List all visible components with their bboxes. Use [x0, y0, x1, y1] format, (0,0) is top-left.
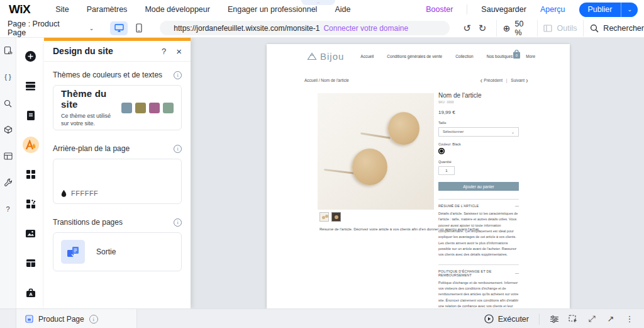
accordion-header-politique[interactable]: POLITIQUE D'ÉCHANGE ET DE REMBOURSEMENT …	[438, 265, 519, 280]
transitions-section-label: Transitions de pages	[53, 218, 123, 227]
desktop-view-button[interactable]	[110, 21, 128, 35]
menu-engager-professionnel[interactable]: Engager un professionnel	[228, 5, 317, 14]
booster-link[interactable]: Booster	[426, 5, 453, 14]
nav-boutiques[interactable]: Nos boutiques	[487, 54, 513, 59]
chevron-down-icon: ⌄	[89, 25, 94, 31]
accordion-body: Détails d'article. Saisissez ici les car…	[438, 211, 519, 264]
zoom-control[interactable]: ⊕ 50 %	[503, 20, 531, 37]
tools-button[interactable]: Outils	[543, 24, 577, 33]
page-selector-dropdown[interactable]: Page : Product Page ⌄	[8, 20, 94, 37]
thumbnail-2[interactable]	[331, 212, 341, 222]
color-swatch-4[interactable]	[163, 103, 174, 113]
wix-logo[interactable]: WiX	[9, 3, 30, 16]
nav-conditions[interactable]: Conditions générales de vente	[387, 54, 442, 59]
info-icon[interactable]: i	[89, 315, 98, 324]
page-background-card[interactable]: FFFFFF	[53, 159, 182, 204]
collapse-icon[interactable]: —	[515, 271, 519, 275]
connect-domain-link[interactable]: Connecter votre domaine	[323, 24, 408, 33]
page-code-icon[interactable]	[3, 45, 13, 55]
page-transitions-card[interactable]: Sortie	[53, 232, 182, 271]
info-icon[interactable]: i	[174, 71, 182, 79]
run-button[interactable]: Exécuter	[484, 314, 529, 324]
preview-button[interactable]: Aperçu	[540, 5, 565, 14]
add-element-button[interactable]	[23, 48, 39, 64]
size-select[interactable]: Sélectionner ⌄	[438, 127, 519, 137]
select-element-icon[interactable]	[564, 312, 582, 327]
site-nav: Accueil Conditions générales de vente Co…	[360, 54, 535, 59]
pages-menu-button[interactable]	[23, 107, 39, 123]
search-small-icon[interactable]	[3, 98, 13, 108]
menu-parametres[interactable]: Paramètres	[87, 5, 128, 14]
save-button[interactable]: Sauvegarder	[481, 5, 526, 14]
publish-label[interactable]: Publier	[579, 3, 621, 17]
editor-canvas[interactable]: Bijou Accueil Conditions générales de ve…	[191, 38, 644, 308]
kebab-menu-icon[interactable]: ⋮	[620, 312, 639, 327]
droplet-icon	[61, 189, 67, 197]
product-accordions: RÉSUMÉ DE L'ARTICLE — Détails d'article.…	[438, 199, 519, 308]
prev-link[interactable]: Précédent	[484, 78, 502, 82]
chevron-down-icon[interactable]: ⌄	[621, 3, 638, 17]
nav-accueil[interactable]: Accueil	[360, 54, 374, 59]
quantity-input[interactable]: 1	[438, 166, 455, 175]
layout-button[interactable]	[23, 255, 39, 271]
accordion-header-resume[interactable]: RÉSUMÉ DE L'ARTICLE —	[438, 200, 519, 211]
properties-panel-icon[interactable]	[545, 312, 564, 327]
info-icon[interactable]: i	[174, 218, 182, 227]
app-market-button[interactable]	[23, 166, 39, 183]
undo-icon[interactable]: ↺	[460, 21, 475, 36]
divider: |	[506, 78, 508, 82]
notification-pill[interactable]: ..	[301, 0, 335, 5]
next-link[interactable]: Suivant	[511, 78, 525, 82]
site-url-bar[interactable]: https://jordanefeuillet.wixsite.com/mons…	[160, 21, 450, 35]
panel-help-icon[interactable]: ?	[162, 47, 166, 56]
color-swatch-1[interactable]	[121, 103, 132, 113]
blocks-widgets-button[interactable]	[23, 196, 39, 212]
publish-button[interactable]: Publier ⌄	[579, 3, 638, 17]
nav-collection[interactable]: Collection	[455, 54, 474, 59]
open-external-icon[interactable]: ↗	[601, 312, 620, 327]
panel-title: Design du site	[53, 46, 162, 56]
accordion-title: POLITIQUE D'ÉCHANGE ET DE REMBOURSEMENT	[438, 269, 515, 277]
color-swatch-black[interactable]	[438, 148, 445, 154]
close-icon[interactable]: ×	[176, 46, 182, 57]
menu-site[interactable]: Site	[55, 5, 69, 14]
transition-value: Sortie	[96, 247, 116, 256]
bottom-tab-product-page[interactable]: Product Page i	[16, 309, 137, 328]
editor-toolbar: Page : Product Page ⌄ https://jordanefeu…	[0, 19, 644, 38]
breadcrumb[interactable]: Accueil / Nom de l'article	[304, 78, 349, 82]
media-button[interactable]	[23, 225, 39, 242]
toolbox-button[interactable]: A	[23, 285, 39, 301]
page-widget-icon	[25, 315, 33, 323]
thumbnail-1[interactable]	[319, 212, 329, 222]
monitor-icon	[114, 24, 124, 32]
wrench-icon[interactable]	[3, 178, 13, 188]
site-design-button[interactable]	[23, 137, 39, 153]
site-page-preview[interactable]: Bijou Accueil Conditions générales de ve…	[267, 44, 570, 308]
menu-aide[interactable]: Aide	[335, 5, 350, 14]
divider	[496, 20, 497, 37]
background-section-label: Arrière-plan de la page	[53, 144, 130, 153]
color-swatch-3[interactable]	[149, 103, 160, 113]
color-swatch-2[interactable]	[135, 103, 146, 113]
help-icon[interactable]: ?	[3, 204, 13, 214]
add-to-cart-button[interactable]: Ajouter au panier	[438, 182, 519, 191]
collapse-icon[interactable]: —	[515, 204, 519, 208]
site-logo[interactable]: Bijou	[307, 51, 344, 62]
expand-icon[interactable]: ⤢	[582, 312, 601, 327]
database-table-icon[interactable]	[3, 151, 13, 161]
nav-more[interactable]: More	[526, 54, 535, 59]
play-circle-icon	[484, 314, 494, 324]
search-button[interactable]: Rechercher	[590, 24, 644, 33]
site-theme-card[interactable]: Thème du site Ce thème est utilisé sur v…	[53, 85, 182, 130]
cart-button[interactable]: 0	[513, 50, 521, 59]
code-braces-icon[interactable]: { }	[3, 72, 13, 82]
info-icon[interactable]: i	[174, 145, 182, 153]
mobile-view-button[interactable]	[132, 21, 146, 35]
package-icon[interactable]	[3, 125, 13, 135]
redo-icon[interactable]: ↻	[475, 21, 490, 36]
add-section-button[interactable]	[23, 77, 39, 94]
zoom-plus-icon[interactable]: ⊕	[503, 23, 511, 33]
product-photo[interactable]	[318, 93, 434, 210]
menu-mode-developpeur[interactable]: Mode développeur	[145, 5, 210, 14]
editor-body: { } ?	[0, 38, 644, 308]
